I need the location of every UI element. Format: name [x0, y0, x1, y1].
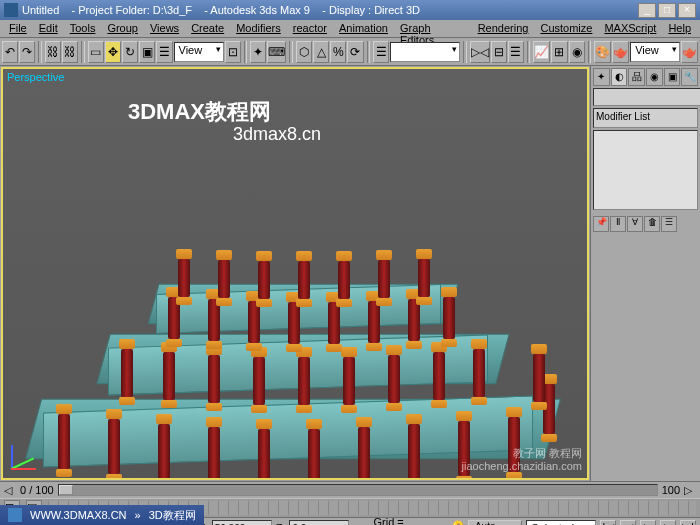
command-panel: ✦ ◐ 品 ◉ ▣ 🔧 Modifier List 📌 Ⅱ ∀ 🗑 ☰ [590, 66, 700, 481]
play-button[interactable]: ▷ [640, 520, 656, 525]
goto-end-button[interactable]: ▷| [680, 520, 696, 525]
show-result-button[interactable]: Ⅱ [610, 216, 626, 232]
viewport-label: Perspective [7, 71, 64, 83]
menu-create[interactable]: Create [185, 20, 230, 37]
z-coord-input[interactable] [289, 520, 349, 525]
undo-button[interactable]: ↶ [2, 41, 18, 63]
watermark-corner: 教子网 教程网jiaocheng.chazidian.com [462, 447, 582, 473]
link-button[interactable]: ⛓ [45, 41, 61, 63]
keyboard-button[interactable]: ⌨ [267, 41, 286, 63]
spinner-snap-button[interactable]: ⟳ [347, 41, 363, 63]
scene-3d: 3DMAX教程网 3dmax8.cn 教子网 教程网jiaocheng.chaz… [3, 69, 587, 478]
menu-modifiers[interactable]: Modifiers [230, 20, 287, 37]
menu-customize[interactable]: Customize [534, 20, 598, 37]
pivot-button[interactable]: ⊡ [225, 41, 241, 63]
redo-button[interactable]: ↷ [19, 41, 35, 63]
select-button[interactable]: ▭ [88, 41, 104, 63]
pin-stack-button[interactable]: 📌 [593, 216, 609, 232]
menu-rendering[interactable]: Rendering [472, 20, 535, 37]
rotate-button[interactable]: ↻ [122, 41, 138, 63]
snap-button[interactable]: ⬡ [296, 41, 312, 63]
menu-help[interactable]: Help [662, 20, 697, 37]
quick-render-button[interactable]: 🫖 [612, 41, 629, 63]
create-tab[interactable]: ✦ [593, 68, 610, 86]
select-name-button[interactable]: ☰ [156, 41, 172, 63]
remove-mod-button[interactable]: 🗑 [644, 216, 660, 232]
schematic-button[interactable]: ⊞ [551, 41, 567, 63]
menu-reactor[interactable]: reactor [287, 20, 333, 37]
object-name-input[interactable] [593, 88, 700, 106]
unlink-button[interactable]: ⛓ [62, 41, 78, 63]
motion-tab[interactable]: ◉ [646, 68, 663, 86]
menu-tools[interactable]: Tools [64, 20, 102, 37]
menu-edit[interactable]: Edit [33, 20, 64, 37]
mirror-button[interactable]: ▷◁ [470, 41, 490, 63]
render-button[interactable]: 🫖 [681, 41, 698, 63]
y-coord-input[interactable] [212, 520, 272, 525]
menubar: File Edit Tools Group Views Create Modif… [0, 20, 700, 38]
modify-tab[interactable]: ◐ [611, 68, 628, 86]
key-icon[interactable]: 🔑 [447, 520, 464, 525]
menu-group[interactable]: Group [101, 20, 144, 37]
menu-maxscript[interactable]: MAXScript [598, 20, 662, 37]
menu-animation[interactable]: Animation [333, 20, 394, 37]
close-button[interactable]: × [678, 3, 696, 18]
unique-button[interactable]: ∀ [627, 216, 643, 232]
menu-views[interactable]: Views [144, 20, 185, 37]
hierarchy-tab[interactable]: 品 [628, 68, 645, 86]
app-icon [4, 3, 18, 17]
titlebar: Untitled - Project Folder: D:\3d_F - Aut… [0, 0, 700, 20]
display-tab[interactable]: ▣ [664, 68, 681, 86]
scale-button[interactable]: ▣ [139, 41, 155, 63]
configure-button[interactable]: ☰ [661, 216, 677, 232]
refcoord-dropdown[interactable]: View [174, 42, 224, 62]
globe-icon [8, 508, 22, 522]
menu-file[interactable]: File [3, 20, 33, 37]
watermark-url: 3dmax8.cn [233, 124, 321, 145]
manipulate-button[interactable]: ✦ [250, 41, 266, 63]
percent-snap-button[interactable]: % [330, 41, 346, 63]
named-sel-button[interactable]: ☰ [373, 41, 389, 63]
layers-button[interactable]: ☰ [508, 41, 524, 63]
goto-start-button[interactable]: |◁ [600, 520, 616, 525]
prev-frame-button[interactable]: ◁ [620, 520, 636, 525]
modifier-stack[interactable] [593, 130, 698, 210]
next-frame-button[interactable]: ▷ [660, 520, 676, 525]
minimize-button[interactable]: _ [638, 3, 656, 18]
align-button[interactable]: ⊟ [491, 41, 507, 63]
viewport-perspective[interactable]: Perspective 3DMAX教程网 3dmax8.cn 教子网 教程网ji… [1, 67, 589, 480]
maximize-button[interactable]: □ [658, 3, 676, 18]
menu-grapheditors[interactable]: Graph Editors [394, 20, 472, 37]
grid-label: Grid = 10.0 [373, 516, 427, 525]
modifier-list-dropdown[interactable]: Modifier List [593, 108, 698, 128]
keymode-dropdown[interactable]: Selected [526, 520, 596, 525]
material-button[interactable]: ◉ [569, 41, 585, 63]
window-title: Untitled - Project Folder: D:\3d_F - Aut… [22, 4, 638, 16]
move-button[interactable]: ✥ [105, 41, 121, 63]
render-scene-button[interactable]: 🎨 [594, 41, 611, 63]
named-sel-dropdown[interactable] [390, 42, 460, 62]
angle-snap-button[interactable]: △ [313, 41, 329, 63]
utilities-tab[interactable]: 🔧 [681, 68, 698, 86]
curve-editor-button[interactable]: 📈 [533, 41, 550, 63]
time-slider-row: ◁ 0 / 100 100 ▷ [0, 482, 700, 498]
autokey-button[interactable]: Auto Key [468, 520, 522, 525]
render-preset-dropdown[interactable]: View [630, 42, 680, 62]
source-url-bar: WWW.3DMAX8.CN » 3D教程网 [0, 505, 204, 525]
watermark-title: 3DMAX教程网 [128, 97, 271, 127]
main-toolbar: ↶ ↷ ⛓ ⛓ ▭ ✥ ↻ ▣ ☰ View ⊡ ✦ ⌨ ⬡ △ % ⟳ ☰ ▷… [0, 38, 700, 66]
frame-display: 0 / 100 [20, 484, 54, 496]
time-slider[interactable] [58, 484, 658, 496]
